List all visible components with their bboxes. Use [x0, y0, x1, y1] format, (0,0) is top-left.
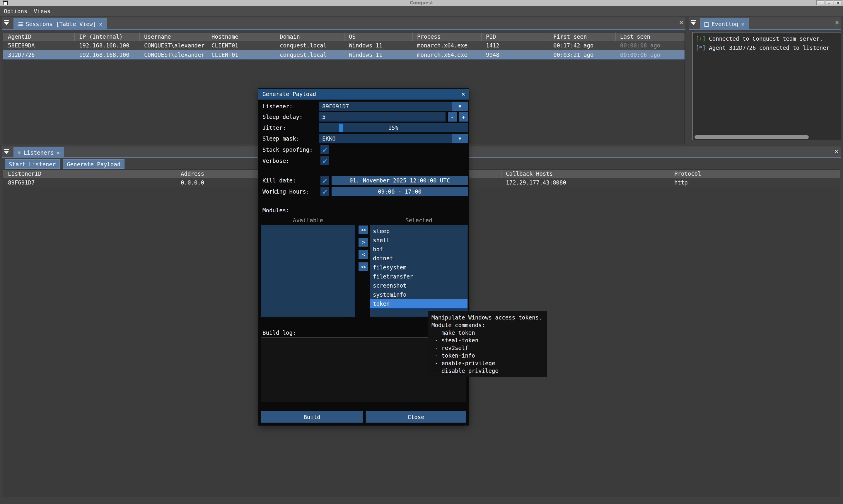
- jitter-label: Jitter:: [263, 123, 286, 132]
- column-header[interactable]: Process: [412, 33, 481, 41]
- column-header[interactable]: ListenerID: [3, 169, 176, 178]
- collapse-panel-icon[interactable]: [4, 20, 10, 26]
- transfer-button[interactable]: <: [359, 250, 368, 259]
- working-hours-picker[interactable]: 09:00 - 17:00: [331, 187, 468, 196]
- module-item[interactable]: sleep: [370, 227, 467, 236]
- listener-field-row: Listener: 89F691D7 ▼: [258, 102, 469, 111]
- tab-close-icon[interactable]: ✕: [56, 149, 60, 156]
- listener-combobox[interactable]: 89F691D7 ▼: [319, 102, 468, 111]
- jitter-slider[interactable]: 15%: [319, 123, 468, 132]
- module-tooltip: Manipulate Windows access tokens.Module …: [428, 311, 546, 377]
- tooltip-line: Module commands:: [431, 321, 543, 329]
- session-row[interactable]: 312D7726 192.168.168.100 CONQUEST\alexan…: [3, 50, 684, 59]
- sessions-table-header[interactable]: AgentIDIP (Internal)UsernameHostnameDoma…: [3, 33, 684, 41]
- session-row[interactable]: 58EE89DA 192.168.168.100 CONQUEST\alexan…: [3, 41, 684, 50]
- collapse-panel-icon[interactable]: [691, 20, 697, 26]
- column-header[interactable]: Last seen: [615, 33, 684, 41]
- check-icon: ✔: [323, 188, 327, 195]
- eventlog-output[interactable]: [+]Connected to Conquest team server. [*…: [693, 32, 841, 140]
- listener-label: Listener:: [263, 102, 293, 111]
- eventlog-tag: [+]: [696, 35, 706, 42]
- transfer-button[interactable]: >: [359, 238, 368, 247]
- tab-close-icon[interactable]: ✕: [99, 21, 102, 27]
- listener-combobox-value[interactable]: 89F691D7: [319, 102, 452, 111]
- tooltip-line: Manipulate Windows access tokens.: [431, 314, 543, 321]
- column-header[interactable]: First seen: [549, 33, 615, 41]
- module-item[interactable]: systeminfo: [370, 290, 467, 299]
- sleep-delay-input[interactable]: 5: [319, 112, 446, 122]
- sleep-mask-value[interactable]: EKKO: [319, 134, 452, 143]
- eventlog-tab-strip: Eventlog ✕ ✕: [689, 17, 841, 30]
- module-item[interactable]: screenshot: [370, 281, 467, 290]
- kill-date-picker[interactable]: 01. November 2025 12:00:00 UTC: [331, 176, 468, 185]
- increment-button[interactable]: +: [459, 112, 468, 122]
- dialog-title-bar[interactable]: Generate Payload ✕: [258, 89, 469, 100]
- menu-item[interactable]: Options: [1, 8, 31, 14]
- menu-bar: OptionsViews: [0, 6, 843, 16]
- transfer-button[interactable]: <<: [359, 263, 368, 271]
- column-header[interactable]: Callback Hosts: [501, 169, 669, 178]
- column-header[interactable]: Hostname: [207, 33, 275, 41]
- tab-close-icon[interactable]: ✕: [741, 21, 745, 27]
- tooltip-line: - rev2self: [431, 344, 543, 352]
- module-transfer-buttons: >>><<<: [359, 226, 368, 271]
- decrement-button[interactable]: -: [448, 112, 456, 122]
- tooltip-line: - token-info: [431, 352, 543, 359]
- eventlog-tag: [*]: [696, 44, 706, 51]
- transfer-button[interactable]: >>: [359, 226, 368, 234]
- column-header[interactable]: Protocol: [669, 169, 840, 178]
- working-hours-checkbox[interactable]: ✔: [320, 187, 329, 196]
- sleep-mask-combobox[interactable]: EKKO ▼: [319, 134, 468, 143]
- module-item[interactable]: bof: [370, 245, 467, 254]
- module-item[interactable]: filetransfer: [370, 272, 467, 281]
- horizontal-scrollbar[interactable]: [695, 135, 809, 139]
- column-header[interactable]: PID: [481, 33, 549, 41]
- module-item[interactable]: shell: [370, 236, 467, 245]
- column-header[interactable]: Username: [140, 33, 207, 41]
- kill-date-label: Kill date:: [263, 176, 296, 185]
- build-button[interactable]: Build: [261, 411, 363, 423]
- sessions-panel-close-icon[interactable]: ✕: [679, 19, 683, 25]
- module-item[interactable]: filesystem: [370, 263, 467, 272]
- sleep-mask-label: Sleep mask:: [263, 134, 299, 143]
- column-header[interactable]: AgentID: [3, 33, 74, 41]
- maximize-button[interactable]: ▭: [825, 0, 833, 5]
- sessions-rows: 58EE89DA 192.168.168.100 CONQUEST\alexan…: [3, 41, 684, 59]
- column-header[interactable]: Domain: [275, 33, 344, 41]
- stack-spoofing-checkbox[interactable]: ✔: [320, 145, 329, 154]
- column-header[interactable]: OS: [344, 33, 412, 41]
- close-window-button[interactable]: ✕: [834, 0, 842, 5]
- close-button[interactable]: Close: [365, 411, 466, 423]
- menu-item[interactable]: Views: [31, 8, 54, 14]
- eventlog-line: [+]Connected to Conquest team server.: [696, 34, 838, 43]
- available-modules-list[interactable]: [261, 225, 355, 317]
- kill-date-checkbox[interactable]: ✔: [320, 176, 329, 185]
- verbose-checkbox[interactable]: ✔: [320, 156, 329, 165]
- tab-listeners-label: Listeners: [23, 149, 54, 156]
- sleep-delay-label: Sleep delay:: [263, 112, 303, 122]
- column-header[interactable]: IP (Internal): [74, 33, 140, 41]
- tab-sessions[interactable]: Sessions [Table View] ✕: [14, 18, 107, 30]
- minimize-button[interactable]: –: [817, 0, 824, 5]
- module-item[interactable]: dotnet: [370, 254, 467, 263]
- working-hours-label: Working Hours:: [263, 187, 309, 196]
- eventlog-panel-close-icon[interactable]: ✕: [835, 19, 839, 25]
- tooltip-line: - disable-privilege: [431, 367, 543, 375]
- title-bar: Conquest – ▭ ✕: [0, 0, 843, 6]
- chevron-down-icon[interactable]: ▼: [452, 102, 468, 111]
- tab-eventlog-label: Eventlog: [712, 21, 738, 27]
- module-item[interactable]: token: [370, 299, 467, 308]
- listeners-panel-close-icon[interactable]: ✕: [835, 148, 838, 154]
- check-icon: ✔: [323, 146, 327, 154]
- chevron-down-icon[interactable]: ▼: [452, 134, 468, 143]
- toolbar-button[interactable]: Start Listener: [5, 159, 60, 169]
- selected-modules-list[interactable]: sleepshellbofdotnetfilesystemfiletransfe…: [370, 225, 468, 317]
- tab-listeners[interactable]: ☏ Listeners ✕: [14, 147, 64, 158]
- dialog-close-icon[interactable]: ✕: [461, 89, 465, 100]
- tooltip-line: - steal-token: [431, 337, 543, 344]
- eventlog-panel: Eventlog ✕ ✕ [+]Connected to Conquest te…: [689, 17, 841, 145]
- tab-eventlog[interactable]: Eventlog ✕: [700, 18, 749, 30]
- collapse-panel-icon[interactable]: [4, 149, 10, 155]
- jitter-row: Jitter: 15%: [258, 123, 469, 132]
- toolbar-button[interactable]: Generate Payload: [63, 159, 125, 169]
